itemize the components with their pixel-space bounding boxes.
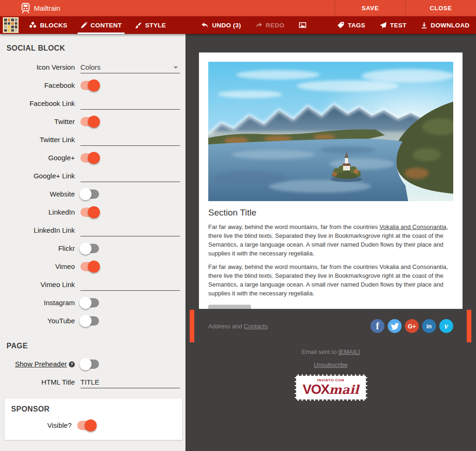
google-link-input[interactable] xyxy=(80,170,180,182)
twitter-bird-glyph xyxy=(391,322,399,330)
social-block-form: Icon VersionColorsFacebookFacebook LinkT… xyxy=(0,58,185,330)
download-button[interactable]: DOWNLOAD xyxy=(421,22,469,29)
form-row: Vimeo Link xyxy=(0,275,185,294)
flickr-toggle[interactable] xyxy=(80,244,99,253)
app-title: Mailtrain xyxy=(34,4,60,12)
form-row: YouTube xyxy=(0,312,185,330)
facebook-link-input[interactable] xyxy=(80,98,180,110)
paragraph-text: Far far away, behind the word mountains,… xyxy=(208,223,379,230)
html-title-input[interactable] xyxy=(80,376,180,388)
icon-version-select[interactable]: Colors xyxy=(80,61,180,73)
field-label: Google+ Link xyxy=(0,172,80,180)
form-row: Website xyxy=(0,185,185,203)
email-button[interactable]: BUTTON xyxy=(208,305,251,309)
toggle-knob xyxy=(88,261,100,273)
field-label: Instagram xyxy=(0,299,80,307)
form-row: LinkedIn xyxy=(0,203,185,221)
sponsor-card: SPONSOR Visible? xyxy=(5,399,182,440)
pencil-icon xyxy=(80,22,87,29)
email-paragraph[interactable]: Far far away, behind the word mountains,… xyxy=(208,263,453,298)
show-preheader-label[interactable]: Show Preheader xyxy=(15,360,67,368)
tab-label: STYLE xyxy=(145,22,166,29)
googleplus-icon[interactable]: G+ xyxy=(405,319,419,333)
redo-button[interactable]: REDO xyxy=(255,22,284,29)
youtube-toggle[interactable] xyxy=(80,316,99,326)
form-row: Google+ xyxy=(0,149,185,167)
linkedin-icon[interactable]: in xyxy=(422,319,436,333)
page-heading: PAGE xyxy=(7,342,185,350)
twitter-toggle[interactable] xyxy=(80,117,99,126)
vimeo-toggle[interactable] xyxy=(80,262,99,271)
address-text: Address and xyxy=(208,323,244,330)
form-row: HTML Title xyxy=(0,373,185,391)
contacts-link[interactable]: Contacts xyxy=(244,323,268,330)
unsubscribe-link[interactable]: Unsubscribe xyxy=(314,361,347,368)
paragraph-text: there live the blind texts. Separated th… xyxy=(208,232,443,257)
test-button[interactable]: TEST xyxy=(379,22,407,29)
vimeo-link-input[interactable] xyxy=(80,279,180,291)
sponsor-heading: SPONSOR xyxy=(11,405,182,413)
field-label: Vimeo Link xyxy=(0,281,80,288)
undo-button[interactable]: UNDO (3) xyxy=(201,22,241,29)
tab-blocks[interactable]: BLOCKS xyxy=(22,16,74,34)
voxmail-stamp[interactable]: INVIATO CON VOXmail xyxy=(295,374,367,401)
undo-icon xyxy=(201,22,209,28)
field-label: Icon Version xyxy=(0,63,80,71)
field-label: LinkedIn xyxy=(0,208,80,216)
toggle-knob xyxy=(88,152,100,164)
toggle-knob xyxy=(88,116,100,128)
email-placeholder-link[interactable]: [EMAIL] xyxy=(338,348,360,355)
facebook-icon[interactable]: f xyxy=(370,319,384,333)
vimeo-icon[interactable]: v xyxy=(439,319,453,333)
toggle-knob xyxy=(85,419,97,431)
field-label: Google+ xyxy=(0,154,80,162)
twitter-icon[interactable] xyxy=(388,319,402,333)
save-button[interactable]: SAVE xyxy=(335,0,405,16)
linkedin-link-input[interactable] xyxy=(80,224,180,236)
google-toggle[interactable] xyxy=(80,153,99,163)
brush-icon xyxy=(135,22,142,29)
form-row: LinkedIn Link xyxy=(0,221,185,239)
field-label: Vimeo xyxy=(0,262,80,270)
voxmail-logo: VOXmail xyxy=(296,383,366,396)
instagram-toggle[interactable] xyxy=(80,298,99,307)
form-row: Show Preheader? xyxy=(0,355,185,373)
redo-label: REDO xyxy=(266,22,284,29)
email-paragraph[interactable]: Far far away, behind the word mountains,… xyxy=(208,223,453,258)
form-row: Twitter Link xyxy=(0,131,185,149)
toggle-knob xyxy=(79,297,92,309)
field-label: Twitter xyxy=(0,118,80,125)
field-label: Flickr xyxy=(0,244,80,252)
linkedin-toggle[interactable] xyxy=(80,208,99,217)
mail-wordmark: mail xyxy=(329,383,359,397)
redo-icon xyxy=(255,22,263,28)
close-button[interactable]: CLOSE xyxy=(405,0,476,16)
gallery-button[interactable] xyxy=(298,21,307,29)
form-row: Vimeo xyxy=(0,257,185,275)
email-hero-image[interactable] xyxy=(208,62,453,201)
twitter-link-input[interactable] xyxy=(80,134,180,146)
vokalia-link[interactable]: Vokalia and Consonantia, xyxy=(379,223,448,230)
blocks-icon xyxy=(29,22,37,29)
sponsor-visible-toggle[interactable] xyxy=(77,421,96,430)
train-icon xyxy=(21,3,30,13)
form-row: Facebook Link xyxy=(0,94,185,112)
section-title[interactable]: Section Title xyxy=(208,208,453,218)
email-footer-block[interactable]: Address and Contacts fG+inv xyxy=(199,310,463,342)
facebook-toggle[interactable] xyxy=(80,81,99,90)
mosaico-logo xyxy=(3,17,19,33)
tags-button[interactable]: TAGS xyxy=(337,21,365,29)
show-preheader-toggle[interactable] xyxy=(80,359,99,369)
tab-style[interactable]: STYLE xyxy=(128,16,172,34)
settings-panel: SOCIAL BLOCK Icon VersionColorsFacebookF… xyxy=(0,34,185,451)
field-label: Facebook xyxy=(0,81,80,89)
form-row: Flickr xyxy=(0,239,185,257)
email-preview-pane: Section Title Far far away, behind the w… xyxy=(185,34,476,451)
tab-content[interactable]: CONTENT xyxy=(74,16,128,34)
help-icon[interactable]: ? xyxy=(69,361,75,367)
field-label: Facebook Link xyxy=(0,99,80,107)
toggle-knob xyxy=(79,188,92,200)
toggle-knob xyxy=(88,206,100,218)
website-toggle[interactable] xyxy=(80,190,99,199)
form-row: Instagram xyxy=(0,294,185,312)
